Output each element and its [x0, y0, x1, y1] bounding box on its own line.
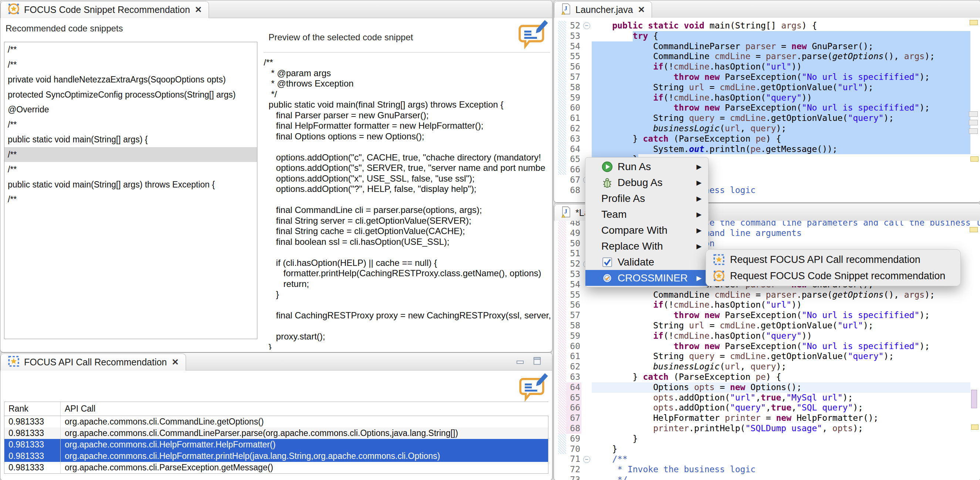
code-text[interactable]: throw new ParseException("No url is spec… — [592, 310, 970, 321]
code-line[interactable]: 66 opts.addOption("query",true,"SQL quer… — [554, 403, 980, 413]
code-text[interactable]: } catch (ParseException pe) { — [592, 134, 970, 144]
code-line[interactable]: 60 throw new ParseException("No url is s… — [554, 103, 980, 113]
code-text[interactable]: CommandLine cmdLine = parser.parse(getOp… — [592, 51, 970, 62]
list-item[interactable]: public static void main(String[] args) { — [5, 132, 257, 147]
code-line[interactable]: 62 businessLogic(url, query); — [554, 362, 980, 372]
code-text[interactable]: opts.addOption("url",true,"MySql url"); — [592, 393, 970, 403]
code-line[interactable]: 56 if(!cmdLine.hasOption("url")) — [554, 62, 980, 72]
code-text[interactable]: public static void main(String[] args) { — [592, 21, 970, 31]
occurrence-marker[interactable] — [970, 227, 978, 232]
list-item[interactable]: public static void main(String[] args) t… — [5, 177, 257, 192]
menu-item-compare-with[interactable]: Compare With▶ — [585, 222, 708, 238]
menu-item-run-as[interactable]: Run As▶ — [585, 159, 708, 175]
list-item[interactable]: @Override — [5, 102, 257, 117]
column-header-rank[interactable]: Rank — [5, 402, 60, 416]
code-text[interactable]: } — [592, 444, 970, 455]
close-icon[interactable]: ✕ — [638, 5, 645, 15]
code-line[interactable]: 56 if(!cmdLine.hasOption("url")) — [554, 300, 980, 310]
code-text[interactable]: /** — [592, 454, 970, 464]
code-text[interactable]: String query = cmdLine.getOptionValue("q… — [592, 113, 970, 124]
code-line[interactable]: 70 } — [554, 444, 980, 455]
code-text[interactable]: if(!cmdLine.hasOption("url")) — [592, 300, 970, 310]
code-line[interactable]: 59 if(!cmdLine.hasOption("query")) — [554, 93, 980, 103]
tab-launcher-java[interactable]: J Launcher.java ✕ — [554, 1, 652, 18]
occurrence-marker[interactable] — [970, 156, 978, 162]
code-text[interactable]: HelpFormatter printer = new HelpFormatte… — [592, 413, 970, 423]
code-line[interactable]: 57 throw new ParseException("No url is s… — [554, 72, 980, 83]
code-text[interactable]: throw new ParseException("No url is spec… — [592, 103, 970, 113]
code-text[interactable]: businessLogic(url, query); — [592, 362, 970, 372]
list-item[interactable]: protected SyncOptimizeConfig processOpti… — [5, 87, 257, 102]
list-item[interactable]: /** — [5, 117, 257, 132]
list-item[interactable]: /** — [5, 147, 257, 162]
menu-item-team[interactable]: Team▶ — [585, 207, 708, 222]
table-row[interactable]: 0.981333org.apache.commons.cli.HelpForma… — [5, 450, 549, 462]
code-text[interactable]: throw new ParseException("No url is spec… — [592, 72, 970, 83]
code-line[interactable]: 64 Options opts = new Options(); — [554, 382, 980, 393]
compose-icon[interactable] — [517, 372, 549, 405]
occurrence-marker[interactable] — [970, 20, 978, 25]
code-text[interactable]: businessLogic(url, query); — [592, 124, 970, 134]
code-line[interactable]: 65 opts.addOption("url",true,"MySql url"… — [554, 393, 980, 403]
code-line[interactable]: 72 * Invoke the business logic — [554, 464, 980, 475]
code-line[interactable]: 61 String query = cmdLine.getOptionValue… — [554, 351, 980, 362]
list-item[interactable]: /** — [5, 42, 257, 57]
column-header-api-call[interactable]: API Call — [60, 402, 549, 416]
code-text[interactable]: if(!cmdLine.hasOption("query")) — [592, 331, 970, 341]
code-text[interactable]: CommandLine cmdLine = parser.parse(getOp… — [592, 290, 970, 300]
code-text[interactable]: String url = cmdLine.getOptionValue("url… — [592, 83, 970, 93]
code-line[interactable]: 64 System.out.println(pe.getMessage()); — [554, 144, 980, 154]
code-line[interactable]: 63 } catch (ParseException pe) { — [554, 372, 980, 382]
code-text[interactable]: opts.addOption("query",true,"SQL query")… — [592, 403, 970, 413]
code-line[interactable]: 67 HelpFormatter printer = new HelpForma… — [554, 413, 980, 423]
minimize-icon[interactable] — [515, 356, 525, 367]
code-line[interactable]: 73 */ — [554, 475, 980, 480]
compose-icon[interactable] — [517, 19, 549, 53]
table-row[interactable]: 0.981333org.apache.commons.cli.HelpForma… — [5, 439, 549, 450]
tab-focus-code-snippet[interactable]: FOCUS Code Snippet Recommendation ✕ — [0, 1, 209, 18]
table-row[interactable]: 0.981333org.apache.commons.cli.ParseExce… — [5, 462, 549, 474]
code-line[interactable]: 58 String url = cmdLine.getOptionValue("… — [554, 83, 980, 93]
occurrence-marker[interactable] — [971, 424, 978, 430]
submenu-item-request-focus-api-call-recommendation[interactable]: Request FOCUS API Call recommendation — [706, 251, 960, 268]
code-line[interactable]: 68 printer.printHelp("SQLDump usage", op… — [554, 423, 980, 434]
code-text[interactable]: if(!cmdLine.hasOption("url")) — [592, 62, 970, 72]
change-marker[interactable] — [971, 390, 977, 408]
menu-item-profile-as[interactable]: Profile As▶ — [585, 191, 708, 207]
menu-item-debug-as[interactable]: Debug As▶ — [585, 175, 708, 191]
table-row[interactable]: 0.981333org.apache.commons.cli.CommandLi… — [5, 416, 549, 428]
table-row[interactable]: 0.981333org.apache.commons.cli.CommandLi… — [5, 428, 549, 439]
code-line[interactable]: 59 if(!cmdLine.hasOption("query")) — [554, 331, 980, 341]
close-icon[interactable]: ✕ — [172, 357, 179, 367]
menu-item-replace-with[interactable]: Replace With▶ — [585, 238, 708, 254]
snippet-list[interactable]: /**/**private void handleNetezzaExtraArg… — [4, 42, 258, 339]
menu-item-crossminer[interactable]: CROSSMINER▶ — [585, 270, 708, 286]
code-text[interactable]: * Invoke the business logic — [592, 464, 970, 475]
code-line[interactable]: 60 throw new ParseException("No url is s… — [554, 341, 980, 352]
code-text[interactable]: if(!cmdLine.hasOption("query")) — [592, 93, 970, 103]
maximize-icon[interactable] — [532, 356, 542, 367]
code-line[interactable]: 69 } — [554, 434, 980, 444]
code-text[interactable]: String query = cmdLine.getOptionValue("q… — [592, 351, 970, 362]
list-item[interactable]: /** — [5, 57, 257, 73]
code-line[interactable]: 52 public static void main(String[] args… — [554, 21, 980, 31]
code-line[interactable]: 55 CommandLine cmdLine = parser.parse(ge… — [554, 51, 980, 62]
list-item[interactable]: private void handleNetezzaExtraArgs(Sqoo… — [5, 72, 257, 87]
code-text[interactable]: printer.printHelp("SQLDump usage", opts)… — [592, 423, 970, 434]
fold-collapse-icon[interactable] — [581, 454, 592, 464]
list-item[interactable]: /** — [5, 192, 257, 207]
code-text[interactable]: String url = cmdLine.getOptionValue("url… — [592, 321, 970, 331]
code-line[interactable]: 53 try { — [554, 31, 980, 41]
code-text[interactable]: } — [592, 434, 970, 444]
code-text[interactable]: } catch (ParseException pe) { — [592, 372, 970, 382]
overview-marker[interactable] — [969, 120, 978, 126]
code-line[interactable]: 63 } catch (ParseException pe) { — [554, 134, 980, 144]
code-line[interactable]: 57 throw new ParseException("No url is s… — [554, 310, 980, 321]
code-line[interactable]: 55 CommandLine cmdLine = parser.parse(ge… — [554, 290, 980, 300]
code-text[interactable]: System.out.println(pe.getMessage()); — [592, 144, 970, 154]
code-line[interactable]: 62 businessLogic(url, query); — [554, 124, 980, 134]
overview-marker[interactable] — [969, 111, 978, 117]
code-line[interactable]: 61 String query = cmdLine.getOptionValue… — [554, 113, 980, 124]
overview-marker[interactable] — [969, 128, 978, 134]
code-line[interactable]: 58 String url = cmdLine.getOptionValue("… — [554, 321, 980, 331]
